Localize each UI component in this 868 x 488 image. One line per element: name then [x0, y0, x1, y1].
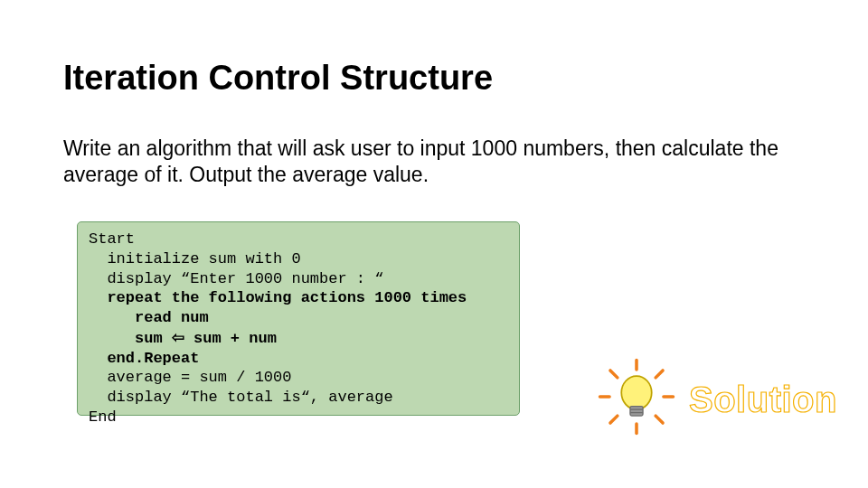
code-line: Start — [89, 230, 135, 248]
assign-arrow-icon: ⇦ — [172, 329, 184, 346]
code-line: sum + num — [184, 330, 277, 347]
code-line: initialize sum with 0 — [89, 250, 301, 267]
svg-line-5 — [656, 371, 663, 378]
code-line: average = sum / 1000 — [89, 369, 291, 386]
svg-line-7 — [656, 416, 663, 423]
pseudocode-box: Start initialize sum with 0 display “Ent… — [77, 221, 520, 416]
lightbulb-idea-icon — [597, 357, 676, 436]
code-line: End — [89, 408, 117, 426]
code-line: display “Enter 1000 number : “ — [89, 270, 383, 287]
svg-line-4 — [610, 371, 618, 378]
problem-prompt: Write an algorithm that will ask user to… — [63, 136, 805, 188]
code-line: read num — [89, 309, 209, 326]
solution-label: Solution — [689, 380, 837, 420]
code-line: sum — [89, 330, 172, 347]
code-line: repeat the following actions 1000 times — [89, 289, 467, 306]
svg-rect-9 — [630, 407, 643, 417]
slide-title: Iteration Control Structure — [63, 59, 493, 98]
slide: Iteration Control Structure Write an alg… — [0, 0, 868, 488]
svg-point-8 — [621, 376, 651, 409]
svg-line-6 — [610, 416, 618, 423]
code-line: end.Repeat — [89, 350, 199, 367]
code-line: display “The total is“, average — [89, 389, 393, 406]
